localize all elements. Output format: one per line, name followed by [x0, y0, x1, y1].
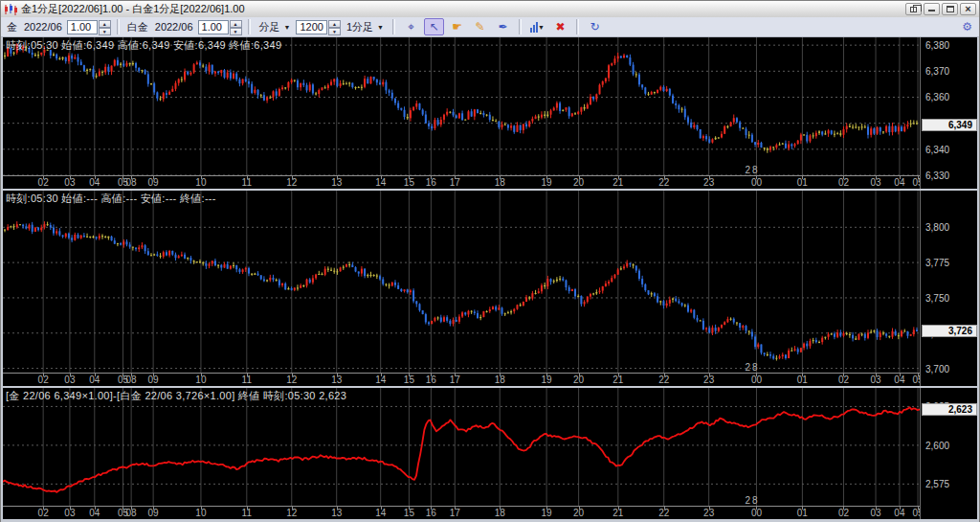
- x-axis-tick: [802, 176, 803, 179]
- x-axis-tick: [247, 176, 248, 179]
- y-axis-price-label: 3,800: [925, 222, 949, 233]
- x-axis-tick: [709, 507, 710, 510]
- date-label: 28: [745, 165, 759, 175]
- x-axis-tick: [337, 374, 338, 376]
- x-axis-tick: [709, 176, 710, 179]
- app-candlestick-icon: [4, 4, 17, 15]
- bar-chart-glyph: [530, 22, 538, 33]
- platinum-multiplier-spinner[interactable]: 1.00 ▲▼: [198, 20, 242, 34]
- delete-chart-icon[interactable]: ✖: [550, 18, 570, 35]
- x-axis-tick: [500, 374, 501, 376]
- spread-chart-panel: [金 22/06 6,349×1.00]-[白金 22/06 3,726×1.0…: [3, 388, 977, 519]
- gold-symbol-label: 金: [7, 20, 17, 34]
- gold-1min-2022-06-canvas: [3, 37, 920, 175]
- spin-up-icon[interactable]: ▲: [230, 20, 242, 28]
- bar-count-spinner[interactable]: 1200 ▲▼: [296, 20, 340, 34]
- gold-plot[interactable]: 時刻:05:30 始値:6,349 高値:6,349 安値:6,349 終値:6…: [3, 37, 920, 175]
- maximize-button[interactable]: [942, 3, 958, 15]
- spin-up-icon[interactable]: ▲: [328, 20, 341, 28]
- spread-gold-minus-platinum-canvas: [3, 388, 920, 506]
- x-axis-tick: [201, 374, 202, 376]
- minimize-button[interactable]: [924, 3, 940, 15]
- spread-plot[interactable]: [金 22/06 6,349×1.00]-[白金 22/06 3,726×1.0…: [3, 388, 920, 506]
- spin-down-icon[interactable]: ▼: [230, 28, 242, 35]
- x-axis-tick: [843, 507, 844, 510]
- toolbar-separator: [576, 19, 579, 34]
- x-axis-tick: [756, 507, 757, 510]
- spread-current-price-tag: 2,623: [922, 403, 977, 416]
- x-axis-tick: [122, 374, 123, 376]
- spin-down-icon[interactable]: ▼: [99, 28, 111, 35]
- x-axis-tick: [337, 507, 338, 510]
- x-axis-tick: [43, 176, 44, 179]
- spin-up-icon[interactable]: ▲: [99, 20, 111, 28]
- bar-chart-icon[interactable]: ▼: [527, 18, 547, 35]
- settings-wrench-icon[interactable]: ⚙: [962, 20, 972, 34]
- x-axis-tick: [546, 176, 547, 179]
- chevron-down-icon: ▼: [538, 24, 545, 31]
- x-axis-tick: [201, 507, 202, 510]
- spin-down-icon[interactable]: ▼: [328, 28, 341, 35]
- x-axis-tick: [409, 374, 410, 376]
- toolbar-separator: [248, 19, 251, 34]
- x-axis-tick: [43, 374, 44, 376]
- y-axis-price-label: 6,330: [925, 170, 949, 181]
- x-axis-tick: [131, 374, 132, 376]
- x-axis-tick: [618, 176, 619, 179]
- spread-formula-readout: [金 22/06 6,349×1.00]-[白金 22/06 3,726×1.0…: [6, 389, 346, 403]
- x-axis-tick: [381, 176, 382, 179]
- track-cursor-icon[interactable]: ⌖: [401, 18, 421, 35]
- x-axis-tick: [122, 176, 123, 179]
- pen-icon[interactable]: ✒: [493, 18, 513, 35]
- x-axis-tick: [409, 176, 410, 179]
- platinum-plot[interactable]: 時刻:05:30 始値:--- 高値:--- 安値:--- 終値:--- 28: [3, 191, 920, 373]
- x-axis-tick: [900, 176, 901, 179]
- select-arrow-icon[interactable]: ↖: [424, 18, 444, 35]
- x-axis-tick: [131, 507, 132, 510]
- x-axis-tick: [455, 374, 456, 376]
- y-axis-price-label: 2,600: [925, 441, 949, 451]
- x-axis-tick: [247, 507, 248, 510]
- spread-time-axis: 0203040508091011121314151617181920212223…: [3, 506, 920, 519]
- pan-hand-icon[interactable]: ☛: [447, 18, 467, 35]
- x-axis-tick: [292, 507, 293, 510]
- y-axis-price-label: 3,750: [925, 293, 949, 304]
- interval-dropdown[interactable]: 1分足▼: [344, 19, 387, 35]
- float-window-button[interactable]: [905, 3, 922, 15]
- y-axis-price-label: 6,360: [925, 92, 949, 102]
- gold-multiplier-spinner[interactable]: 1.00 ▲▼: [67, 20, 111, 34]
- x-axis-tick: [618, 507, 619, 510]
- chevron-down-icon: ▼: [377, 24, 384, 31]
- close-button[interactable]: ×: [960, 3, 976, 15]
- x-axis-tick: [876, 176, 877, 179]
- x-axis-tick: [802, 507, 803, 510]
- bar-type-dropdown[interactable]: 分足▼: [256, 19, 294, 35]
- refresh-icon[interactable]: ↻: [585, 18, 605, 35]
- x-axis-tick: [876, 507, 877, 510]
- titlebar[interactable]: 金1分足[2022/06]1.00 - 白金1分足[2022/06]1.00 ×: [1, 1, 979, 17]
- x-axis-tick: [153, 374, 154, 376]
- x-axis-tick: [918, 176, 919, 179]
- x-axis-tick: [918, 374, 919, 376]
- pencil-icon[interactable]: ✎: [470, 18, 490, 35]
- x-axis-tick: [292, 176, 293, 179]
- x-axis-tick: [579, 374, 580, 376]
- gold-contract-label: 2022/06: [24, 21, 62, 33]
- chart-window: 金1分足[2022/06]1.00 - 白金1分足[2022/06]1.00 ×…: [0, 0, 980, 522]
- y-axis-price-label: 3,775: [925, 258, 949, 268]
- y-axis-price-label: 3,700: [925, 364, 949, 374]
- x-axis-tick: [756, 176, 757, 179]
- gold-price-axis: 6,349 6,3306,3406,3506,3606,3706,380: [920, 37, 977, 189]
- x-axis-tick: [802, 374, 803, 376]
- platinum-ohlc-readout: 時刻:05:30 始値:--- 高値:--- 安値:--- 終値:---: [6, 192, 216, 206]
- x-axis-tick: [431, 176, 432, 179]
- x-axis-tick: [900, 374, 901, 376]
- x-axis-tick: [431, 374, 432, 376]
- x-axis-tick: [756, 374, 757, 376]
- gold-chart-panel: 時刻:05:30 始値:6,349 高値:6,349 安値:6,349 終値:6…: [3, 37, 977, 189]
- x-axis-tick: [546, 374, 547, 376]
- chevron-down-icon: ▼: [284, 24, 291, 31]
- toolbar-separator: [392, 19, 395, 34]
- y-axis-price-label: 2,575: [925, 479, 949, 489]
- y-axis-price-label: 6,340: [925, 145, 949, 155]
